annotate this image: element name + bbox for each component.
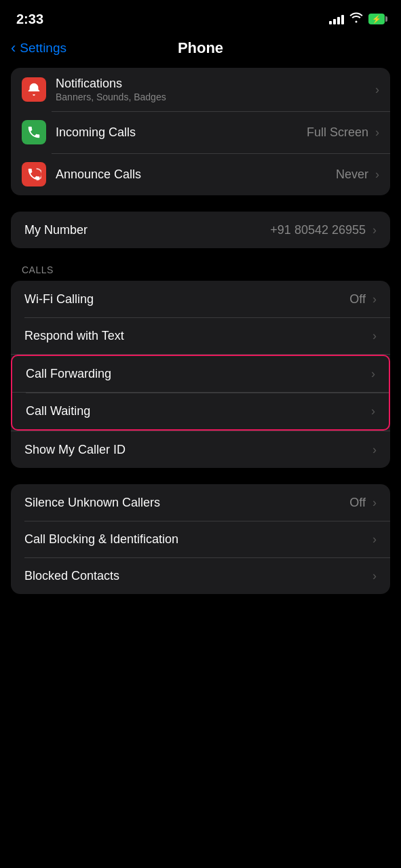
wifi-calling-right: Off › — [349, 292, 377, 307]
notifications-settings-group: Notifications Banners, Sounds, Badges › … — [11, 68, 390, 195]
my-number-group: My Number +91 80542 26955 › — [11, 212, 390, 248]
call-blocking-title: Call Blocking & Identification — [24, 532, 373, 547]
incoming-calls-chevron-icon: › — [375, 125, 379, 140]
status-bar: 2:33 ⚡ — [0, 0, 401, 34]
notifications-title: Notifications — [56, 77, 375, 91]
incoming-calls-title: Incoming Calls — [56, 125, 307, 140]
wifi-calling-chevron-icon: › — [373, 292, 377, 307]
call-blocking-right: › — [373, 532, 377, 547]
silence-unknown-right: Off › — [349, 496, 377, 510]
call-waiting-chevron-icon: › — [371, 404, 375, 418]
signal-bars-icon — [329, 14, 344, 24]
announce-calls-right: Never › — [336, 167, 379, 182]
bottom-group: Silence Unknown Callers Off › Call Block… — [11, 484, 390, 594]
respond-text-row[interactable]: Respond with Text › — [11, 317, 390, 354]
silence-unknown-value: Off — [349, 496, 366, 510]
call-waiting-title: Call Waiting — [26, 404, 371, 418]
battery-icon: ⚡ — [368, 14, 385, 24]
bar1 — [329, 21, 332, 24]
silence-unknown-title: Silence Unknown Callers — [24, 496, 349, 510]
silence-unknown-row[interactable]: Silence Unknown Callers Off › — [11, 484, 390, 521]
nav-header: ‹ Settings Phone — [0, 34, 401, 68]
my-number-chevron-icon: › — [373, 223, 377, 237]
incoming-calls-icon — [22, 120, 46, 144]
call-forwarding-right: › — [371, 367, 375, 381]
announce-calls-title: Announce Calls — [56, 167, 336, 182]
wifi-calling-row[interactable]: Wi-Fi Calling Off › — [11, 281, 390, 317]
blocked-contacts-row[interactable]: Blocked Contacts › — [11, 557, 390, 594]
my-number-value: +91 80542 26955 — [270, 223, 366, 237]
announce-calls-chevron-icon: › — [375, 167, 379, 182]
bar4 — [341, 15, 344, 24]
my-number-row[interactable]: My Number +91 80542 26955 › — [11, 212, 390, 248]
bar3 — [337, 17, 340, 24]
show-caller-id-right: › — [373, 443, 377, 457]
back-label: Settings — [20, 41, 66, 56]
status-icons: ⚡ — [329, 12, 385, 26]
respond-text-chevron-icon: › — [373, 329, 377, 343]
incoming-calls-row[interactable]: Incoming Calls Full Screen › — [11, 111, 390, 153]
announce-calls-row[interactable]: Announce Calls Never › — [11, 153, 390, 195]
call-waiting-right: › — [371, 404, 375, 418]
incoming-calls-value: Full Screen — [307, 125, 368, 140]
call-blocking-row[interactable]: Call Blocking & Identification › — [11, 521, 390, 557]
page-title: Phone — [178, 39, 223, 57]
blocked-contacts-right: › — [373, 569, 377, 583]
announce-calls-value: Never — [336, 167, 368, 182]
silence-unknown-chevron-icon: › — [373, 496, 377, 510]
wifi-icon — [349, 12, 363, 26]
call-forwarding-row[interactable]: Call Forwarding › — [12, 356, 389, 393]
call-blocking-chevron-icon: › — [373, 532, 377, 547]
call-forwarding-title: Call Forwarding — [26, 367, 371, 381]
status-time: 2:33 — [16, 12, 43, 27]
incoming-calls-right: Full Screen › — [307, 125, 379, 140]
show-caller-id-title: Show My Caller ID — [24, 443, 373, 457]
respond-text-right: › — [373, 329, 377, 343]
show-caller-id-row[interactable]: Show My Caller ID › — [11, 431, 390, 468]
announce-calls-content: Announce Calls — [56, 167, 336, 182]
calls-section-label: CALLS — [0, 264, 401, 281]
my-number-label: My Number — [24, 223, 270, 237]
show-caller-id-chevron-icon: › — [373, 443, 377, 457]
notifications-chevron-icon: › — [375, 83, 379, 97]
wifi-calling-value: Off — [349, 292, 366, 307]
calls-group: Wi-Fi Calling Off › Respond with Text › … — [11, 281, 390, 468]
blocked-contacts-title: Blocked Contacts — [24, 569, 373, 583]
notifications-icon — [22, 77, 46, 102]
back-button[interactable]: ‹ Settings — [11, 39, 66, 57]
notifications-right: › — [375, 83, 379, 97]
call-waiting-row[interactable]: Call Waiting › — [12, 393, 389, 429]
call-forwarding-chevron-icon: › — [371, 367, 375, 381]
announce-calls-icon — [22, 162, 46, 186]
my-number-right: +91 80542 26955 › — [270, 223, 377, 237]
wifi-calling-title: Wi-Fi Calling — [24, 292, 349, 307]
blocked-contacts-chevron-icon: › — [373, 569, 377, 583]
notifications-subtitle: Banners, Sounds, Badges — [56, 92, 375, 102]
notifications-content: Notifications Banners, Sounds, Badges — [56, 77, 375, 102]
bar2 — [333, 19, 336, 24]
back-chevron-icon: ‹ — [11, 39, 16, 57]
incoming-calls-content: Incoming Calls — [56, 125, 307, 140]
call-forwarding-waiting-highlight: Call Forwarding › Call Waiting › — [11, 355, 390, 431]
respond-text-title: Respond with Text — [24, 329, 373, 343]
notifications-row[interactable]: Notifications Banners, Sounds, Badges › — [11, 68, 390, 111]
